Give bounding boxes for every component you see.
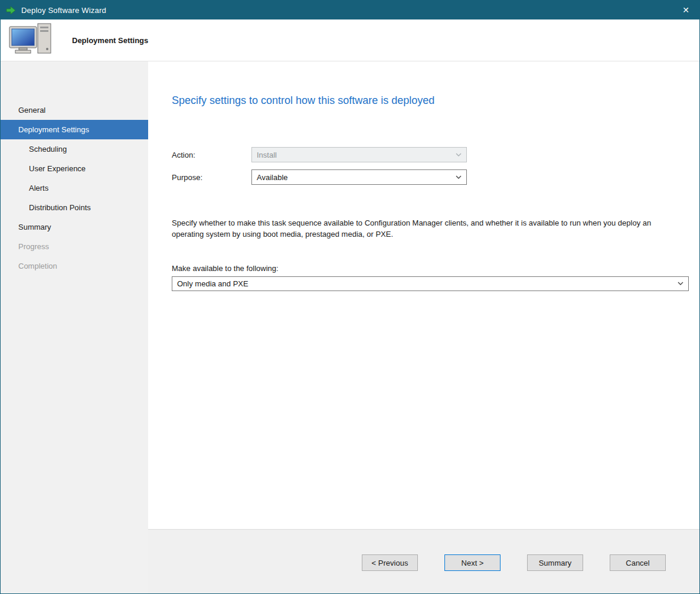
purpose-dropdown[interactable]: Available bbox=[251, 169, 467, 185]
close-icon[interactable]: ✕ bbox=[672, 1, 699, 19]
previous-button[interactable]: < Previous bbox=[362, 554, 418, 571]
action-value: Install bbox=[257, 151, 277, 159]
wizard-body: General Deployment Settings Scheduling U… bbox=[1, 61, 699, 593]
chevron-down-icon bbox=[456, 175, 462, 179]
sidebar-item-alerts[interactable]: Alerts bbox=[1, 178, 148, 198]
sidebar-item-summary[interactable]: Summary bbox=[1, 217, 148, 237]
sidebar-item-progress: Progress bbox=[1, 237, 148, 256]
deploy-arrow-icon bbox=[6, 5, 16, 15]
button-bar: < Previous Next > Summary Cancel bbox=[148, 529, 699, 593]
sidebar-item-user-experience[interactable]: User Experience bbox=[1, 159, 148, 178]
chevron-down-icon bbox=[456, 153, 462, 156]
availability-description: Specify whether to make this task sequen… bbox=[172, 218, 676, 240]
action-row: Action: Install bbox=[172, 147, 689, 162]
sidebar-item-distribution-points[interactable]: Distribution Points bbox=[1, 198, 148, 217]
purpose-row: Purpose: Available bbox=[172, 169, 689, 185]
wizard-right-pane: Specify settings to control how this sof… bbox=[148, 61, 699, 593]
titlebar[interactable]: Deploy Software Wizard ✕ bbox=[1, 1, 699, 19]
make-available-dropdown[interactable]: Only media and PXE bbox=[172, 276, 689, 291]
wizard-content: Specify settings to control how this sof… bbox=[148, 61, 699, 529]
wizard-nav-sidebar: General Deployment Settings Scheduling U… bbox=[1, 61, 148, 593]
make-available-value: Only media and PXE bbox=[177, 279, 248, 288]
computer-icon bbox=[8, 23, 55, 57]
page-title: Specify settings to control how this sof… bbox=[172, 94, 689, 107]
purpose-label: Purpose: bbox=[172, 173, 251, 182]
sidebar-item-deployment-settings[interactable]: Deployment Settings bbox=[1, 120, 148, 139]
summary-button[interactable]: Summary bbox=[527, 554, 583, 571]
make-available-label: Make available to the following: bbox=[172, 264, 689, 273]
deploy-software-wizard-window: Deploy Software Wizard ✕ bbox=[0, 0, 700, 594]
window-title: Deploy Software Wizard bbox=[21, 6, 106, 15]
chevron-down-icon bbox=[678, 282, 683, 285]
sidebar-item-general[interactable]: General bbox=[1, 100, 148, 120]
sidebar-item-completion: Completion bbox=[1, 256, 148, 276]
purpose-value: Available bbox=[257, 173, 288, 182]
sidebar-item-scheduling[interactable]: Scheduling bbox=[1, 139, 148, 159]
action-dropdown: Install bbox=[251, 147, 467, 162]
action-label: Action: bbox=[172, 151, 251, 159]
wizard-page-title: Deployment Settings bbox=[72, 36, 148, 45]
cancel-button[interactable]: Cancel bbox=[610, 554, 666, 571]
next-button[interactable]: Next > bbox=[444, 554, 501, 571]
wizard-header: Deployment Settings bbox=[1, 19, 699, 61]
deployment-form: Action: Install Purpose: Available bbox=[172, 147, 689, 185]
